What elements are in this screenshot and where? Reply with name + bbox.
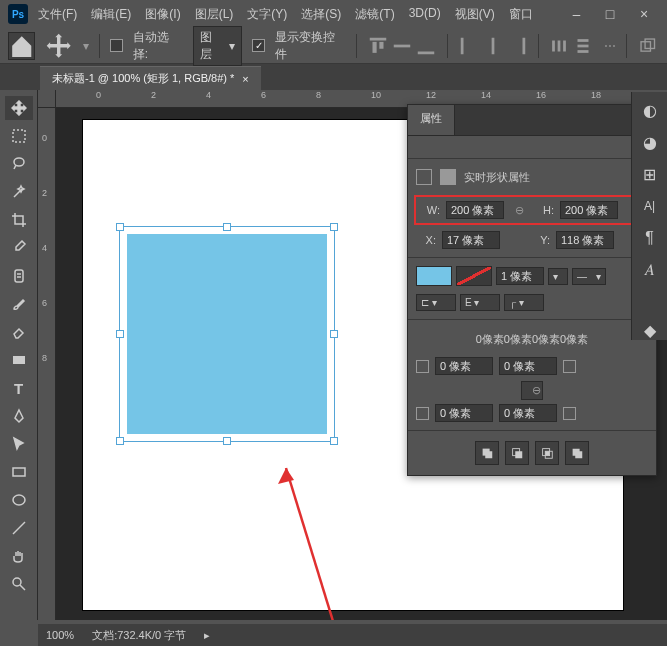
stroke-width-dd[interactable]: ▾ (548, 268, 568, 285)
menu-select[interactable]: 选择(S) (301, 6, 341, 23)
eraser-tool[interactable] (5, 320, 33, 344)
home-button[interactable] (8, 32, 35, 60)
menu-view[interactable]: 视图(V) (455, 6, 495, 23)
move-tool[interactable] (5, 96, 33, 120)
radius-br-icon[interactable] (563, 407, 576, 420)
properties-tab[interactable]: 属性 (408, 105, 455, 135)
more-options-icon[interactable]: ⋯ (604, 39, 616, 53)
lasso-tool[interactable] (5, 152, 33, 176)
radius-bottom-row (416, 404, 648, 422)
x-input[interactable] (442, 231, 500, 249)
swatches2-panel-icon[interactable]: ⊞ (640, 164, 660, 184)
marquee-tool[interactable] (5, 124, 33, 148)
handle-mid-right[interactable] (330, 330, 338, 338)
status-arrow-icon[interactable]: ▸ (204, 629, 210, 642)
gradient-tool[interactable] (5, 348, 33, 372)
rectangle-shape[interactable] (127, 234, 327, 434)
line-tool[interactable] (5, 516, 33, 540)
menu-edit[interactable]: 编辑(E) (91, 6, 131, 23)
distribute-h-icon[interactable] (548, 35, 570, 57)
menu-filter[interactable]: 滤镜(T) (355, 6, 394, 23)
layer-dropdown[interactable]: 图层▾ (193, 26, 242, 66)
character-panel-icon[interactable]: A| (640, 196, 660, 216)
y-input[interactable] (556, 231, 614, 249)
rectangle-tool[interactable] (5, 460, 33, 484)
unite-icon[interactable] (475, 441, 499, 465)
auto-select-checkbox[interactable] (110, 39, 123, 52)
svg-point-21 (13, 495, 25, 505)
height-input[interactable] (560, 201, 618, 219)
color-panel-icon[interactable]: ◐ (640, 100, 660, 120)
zoom-tool[interactable] (5, 572, 33, 596)
show-transform-checkbox[interactable] (252, 39, 265, 52)
radius-tl-input[interactable] (435, 357, 493, 375)
align-right-icon[interactable] (506, 35, 528, 57)
minimize-button[interactable]: ‒ (561, 4, 591, 24)
handle-bot-left[interactable] (116, 437, 124, 445)
dropdown-arrow-icon[interactable]: ▾ (83, 39, 89, 53)
path-select-tool[interactable] (5, 432, 33, 456)
menu-3d[interactable]: 3D(D) (409, 6, 441, 23)
paragraph-panel-icon[interactable]: ¶ (640, 228, 660, 248)
stroke-none-swatch[interactable] (456, 266, 492, 286)
close-button[interactable]: × (629, 4, 659, 24)
align-bottom-icon[interactable] (415, 35, 437, 57)
magic-wand-tool[interactable] (5, 180, 33, 204)
properties-panel[interactable]: 属性 × ≡ 实时形状属性 W: ⊖ H: (407, 104, 657, 476)
align-left-icon[interactable] (458, 35, 480, 57)
fill-color-swatch[interactable] (416, 266, 452, 286)
radius-bl-icon[interactable] (416, 407, 429, 420)
handle-bot-right[interactable] (330, 437, 338, 445)
handle-bot-mid[interactable] (223, 437, 231, 445)
crop-tool[interactable] (5, 208, 33, 232)
layers-panel-icon[interactable]: ◆ (640, 320, 660, 340)
type-tool[interactable]: T (5, 376, 33, 400)
link-radius-icon[interactable]: ⊖ (521, 381, 543, 400)
radius-tr-icon[interactable] (563, 360, 576, 373)
radius-bl-input[interactable] (435, 404, 493, 422)
radius-tr-input[interactable] (499, 357, 557, 375)
stroke-align-dd[interactable]: ⊏ ▾ (416, 294, 456, 311)
brush-tool[interactable] (5, 292, 33, 316)
doc-info[interactable]: 文档:732.4K/0 字节 (92, 628, 186, 643)
3d-mode-icon[interactable] (637, 35, 659, 57)
handle-top-right[interactable] (330, 223, 338, 231)
radius-br-input[interactable] (499, 404, 557, 422)
swatches-panel-icon[interactable]: ◕ (640, 132, 660, 152)
zoom-level[interactable]: 100% (46, 629, 74, 641)
align-top-icon[interactable] (367, 35, 389, 57)
align-hcenter-icon[interactable] (482, 35, 504, 57)
menu-window[interactable]: 窗口 (509, 6, 533, 23)
eyedropper-tool[interactable] (5, 236, 33, 260)
tab-close-icon[interactable]: × (242, 73, 248, 85)
distribute-v-icon[interactable] (572, 35, 594, 57)
ellipse-tool[interactable] (5, 488, 33, 512)
menu-type[interactable]: 文字(Y) (247, 6, 287, 23)
handle-top-left[interactable] (116, 223, 124, 231)
menu-file[interactable]: 文件(F) (38, 6, 77, 23)
menu-layer[interactable]: 图层(L) (195, 6, 234, 23)
maximize-button[interactable]: □ (595, 4, 625, 24)
stroke-caps-dd[interactable]: E ▾ (460, 294, 500, 311)
exclude-icon[interactable] (565, 441, 589, 465)
ruler-vertical: 0 2 4 6 8 (38, 108, 56, 620)
glyph-panel-icon[interactable]: 𝐴 (640, 260, 660, 280)
radius-tl-icon[interactable] (416, 360, 429, 373)
hand-tool[interactable] (5, 544, 33, 568)
healing-tool[interactable] (5, 264, 33, 288)
handle-top-mid[interactable] (223, 223, 231, 231)
document-tab[interactable]: 未标题-1 @ 100% (矩形 1, RGB/8#) * × (40, 66, 261, 90)
stroke-style-dd[interactable]: —▾ (572, 268, 606, 285)
stroke-width-input[interactable] (496, 267, 544, 285)
stroke-corners-dd[interactable]: ┌ ▾ (504, 294, 544, 311)
handle-mid-left[interactable] (116, 330, 124, 338)
width-input[interactable] (446, 201, 504, 219)
intersect-icon[interactable] (535, 441, 559, 465)
align-vcenter-icon[interactable] (391, 35, 413, 57)
pen-tool[interactable] (5, 404, 33, 428)
canvas-area[interactable]: 0 2 4 6 8 10 12 14 16 18 0 2 4 6 8 (38, 90, 667, 620)
link-wh-icon[interactable]: ⊖ (510, 204, 528, 217)
menu-image[interactable]: 图像(I) (145, 6, 180, 23)
subtract-icon[interactable] (505, 441, 529, 465)
annotation-arrow (258, 460, 378, 620)
